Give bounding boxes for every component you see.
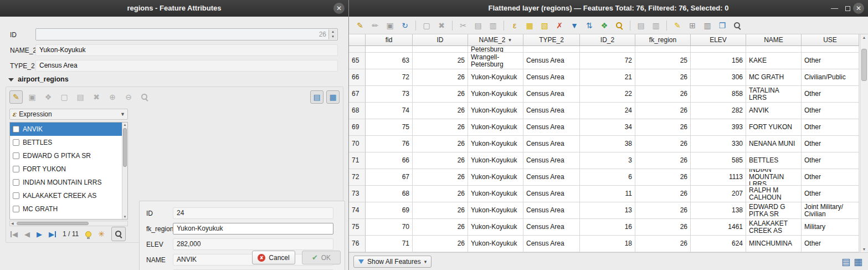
scroll-down-icon[interactable]: ▼ <box>860 247 868 251</box>
cell-name[interactable]: KALAKAKET CREEK AS <box>746 219 802 236</box>
checkbox[interactable] <box>13 206 19 212</box>
select-by-expression-icon[interactable]: ε <box>508 19 521 32</box>
cell-type2[interactable]: Census Area <box>523 219 580 236</box>
first-record-button[interactable]: ◀ <box>11 230 18 238</box>
cell-type2[interactable]: Census Area <box>523 169 580 186</box>
cell-fid[interactable]: 66 <box>366 152 413 169</box>
cell-fk_region[interactable] <box>635 46 691 53</box>
cell-name2[interactable]: Yukon-Koyukuk <box>468 69 523 86</box>
scrollbar-thumb[interactable] <box>861 49 867 81</box>
form-view-toggle-icon[interactable]: ▤ <box>841 256 850 268</box>
table-view-toggle-icon[interactable]: ▦ <box>326 90 340 104</box>
cell-use[interactable]: Military <box>802 219 859 236</box>
delete-child-feature-icon[interactable]: ✖ <box>90 90 103 104</box>
cell-name2[interactable]: Yukon-Koyukuk <box>468 119 523 136</box>
cell-type2[interactable] <box>523 46 580 53</box>
cell-fk_region[interactable]: 26 <box>635 86 691 103</box>
cell-type2[interactable]: Census Area <box>523 69 580 86</box>
cell-type2[interactable]: Census Area <box>523 152 580 169</box>
cut-icon[interactable]: ✂ <box>456 19 470 32</box>
paste-cells-icon[interactable]: ▥ <box>649 19 662 32</box>
zoom-to-selection-icon[interactable] <box>613 19 626 32</box>
cell-name[interactable]: MC GRATH <box>746 69 802 86</box>
cell-fid[interactable]: 68 <box>366 186 413 202</box>
cell-elev[interactable]: 330 <box>691 136 746 152</box>
cell-elev[interactable]: 156 <box>691 53 746 69</box>
link-feature-icon[interactable]: ⊕ <box>106 90 119 104</box>
delete-selected-icon[interactable]: ✖ <box>435 19 448 32</box>
cell-fid[interactable]: 76 <box>366 136 413 152</box>
select-all-icon[interactable]: ▦ <box>523 19 536 32</box>
row-number[interactable] <box>349 46 366 53</box>
cell-elev[interactable]: 585 <box>691 152 746 169</box>
expression-combobox[interactable]: ε Expression ▼ <box>9 109 128 120</box>
cell-id2[interactable]: 38 <box>580 136 635 152</box>
cell-name2[interactable]: Yukon-Koyukuk <box>468 219 523 236</box>
cell-fid[interactable]: 63 <box>366 53 413 69</box>
show-all-features-button[interactable]: Show All Features ▾ <box>353 256 432 268</box>
fk_region-input[interactable]: Yukon-Koyukuk <box>173 223 333 235</box>
row-number[interactable]: 72 <box>349 169 366 186</box>
cell-fk_region[interactable]: 26 <box>635 152 691 169</box>
save-edits-icon[interactable]: ▣ <box>383 19 397 32</box>
name2-field[interactable]: Yukon-Koyukuk <box>35 44 338 56</box>
search-icon[interactable] <box>731 19 744 32</box>
scrollbar-thumb[interactable] <box>17 222 89 225</box>
select-by-value-icon[interactable]: ▧ <box>538 19 551 32</box>
row-number[interactable]: 73 <box>349 186 366 202</box>
cell-fid[interactable]: 72 <box>366 69 413 86</box>
cell-fid[interactable] <box>366 46 413 53</box>
cell-id2[interactable]: 13 <box>580 202 635 219</box>
last-record-button[interactable]: ▶ <box>49 230 56 238</box>
cell-fk_region[interactable]: 26 <box>635 103 691 119</box>
toggle-editing-icon[interactable]: ✎ <box>353 19 367 32</box>
cell-type2[interactable]: Census Area <box>523 136 580 152</box>
row-number[interactable]: 75 <box>349 219 366 236</box>
cell-type2[interactable]: Census Area <box>523 53 580 69</box>
cell-fk_region[interactable]: 26 <box>635 169 691 186</box>
cell-use[interactable]: Other <box>802 103 859 119</box>
organize-columns-icon[interactable]: ▥ <box>701 19 714 32</box>
checkbox[interactable] <box>13 166 19 172</box>
list-horizontal-scrollbar[interactable]: ◀ <box>9 221 128 226</box>
cell-use[interactable]: Civilian/Public <box>802 69 859 86</box>
column-header-ID_2[interactable]: ID_2 <box>580 34 635 46</box>
cell-elev[interactable]: 393 <box>691 119 746 136</box>
cell-use[interactable]: Other <box>802 152 859 169</box>
cell-name[interactable]: KAKE <box>746 53 802 69</box>
cell-id[interactable]: 26 <box>413 186 468 202</box>
move-selection-top-icon[interactable]: ⇅ <box>583 19 596 32</box>
cell-elev[interactable]: 138 <box>691 202 746 219</box>
row-number[interactable]: 74 <box>349 202 366 219</box>
deselect-all-icon[interactable]: ✗ <box>553 19 566 32</box>
feature-attributes-titlebar[interactable]: regions - Feature Attributes ✕ <box>0 0 348 17</box>
cell-name2[interactable]: Yukon-Koyukuk <box>468 186 523 202</box>
cell-id2[interactable] <box>580 46 635 53</box>
cell-elev[interactable]: 207 <box>691 186 746 202</box>
column-header-fk_region[interactable]: fk_region <box>635 34 691 46</box>
copy-cells-icon[interactable]: ▤ <box>634 19 648 32</box>
cell-id[interactable]: 26 <box>413 136 468 152</box>
cell-id2[interactable]: 21 <box>580 69 635 86</box>
cell-name[interactable]: EDWARD G PITKA SR <box>746 202 802 219</box>
cell-elev[interactable]: 1113 <box>691 169 746 186</box>
cell-use[interactable]: Other <box>802 86 859 103</box>
cell-name2[interactable]: Yukon-Koyukuk <box>468 152 523 169</box>
row-number[interactable]: 66 <box>349 69 366 86</box>
column-header-fid[interactable]: fid <box>366 34 413 46</box>
zoom-to-feature-icon[interactable]: ✳ <box>98 230 105 238</box>
cell-id[interactable]: 26 <box>413 152 468 169</box>
scroll-up-icon[interactable]: ▲ <box>122 123 127 126</box>
cell-use[interactable]: Other <box>802 186 859 202</box>
table-vertical-scrollbar[interactable]: ▲ ▼ <box>860 34 868 252</box>
cell-name[interactable]: MINCHUMINA <box>746 236 802 252</box>
cell-name2[interactable]: Yukon-Koyukuk <box>468 103 523 119</box>
cell-id[interactable]: 26 <box>413 236 468 252</box>
checkbox[interactable] <box>13 152 19 159</box>
close-icon[interactable]: ✕ <box>333 3 345 14</box>
cell-type2[interactable]: Census Area <box>523 103 580 119</box>
elev-input[interactable]: 282,000 <box>173 238 333 250</box>
row-number[interactable]: 71 <box>349 152 366 169</box>
id-spinner[interactable]: 26 ▲▼ <box>35 28 338 40</box>
cell-id[interactable]: 26 <box>413 103 468 119</box>
